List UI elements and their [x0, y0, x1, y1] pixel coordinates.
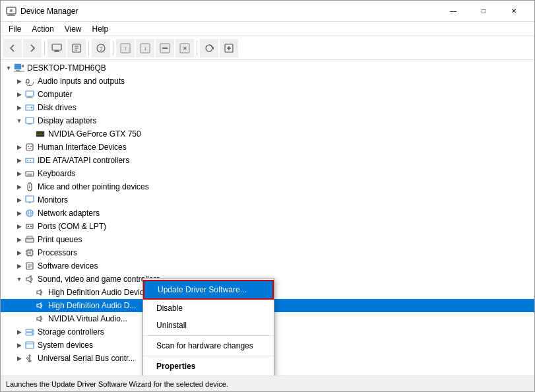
context-menu-update-driver[interactable]: Update Driver Software... [143, 280, 274, 300]
properties-toolbar-button[interactable] [67, 39, 86, 57]
menu-view[interactable]: View [59, 23, 87, 35]
menu-action[interactable]: Action [26, 23, 59, 35]
nvidia-icon: GPU [35, 129, 46, 139]
expand-network[interactable] [14, 208, 24, 218]
tree-root[interactable]: DESKTOP-TMDH6QB [1, 61, 534, 75]
scan-toolbar-button[interactable] [200, 39, 218, 57]
disable-toolbar-button[interactable] [156, 39, 174, 57]
expand-keyboards[interactable] [14, 168, 24, 179]
expand-ports[interactable] [14, 221, 24, 232]
expand-mice[interactable] [14, 181, 24, 192]
list-item[interactable]: GPU NVIDIA GeForce GTX 750 [1, 127, 534, 141]
software-devices-icon [24, 261, 35, 271]
svg-rect-33 [26, 91, 34, 96]
expand-usb[interactable] [14, 353, 24, 364]
tree-item-label: Monitors [38, 195, 534, 205]
list-item[interactable]: Disk drives [1, 101, 534, 114]
expand-ide[interactable] [14, 155, 24, 166]
list-item[interactable]: Audio inputs and outputs [1, 75, 534, 88]
expand-computer[interactable] [14, 89, 24, 100]
tree-item-label: Print queues [38, 235, 534, 244]
tree-item-label: High Definition Audio D... [48, 301, 534, 310]
forward-button[interactable] [23, 39, 42, 57]
tree-item-label: Computer [38, 90, 534, 99]
svg-rect-2 [7, 15, 15, 16]
update-driver-toolbar-button[interactable]: ↑ [116, 39, 135, 57]
hid-icon [24, 142, 35, 152]
expand-system[interactable] [14, 340, 24, 350]
svg-rect-28 [16, 70, 20, 71]
menu-file[interactable]: File [3, 23, 26, 35]
svg-text:GPU: GPU [37, 132, 44, 136]
expand-monitors[interactable] [14, 195, 24, 205]
minimize-button[interactable]: — [438, 1, 468, 22]
maximize-button[interactable]: □ [468, 1, 499, 22]
mice-icon [24, 181, 35, 192]
svg-point-94 [27, 358, 29, 360]
sound-icon [24, 274, 35, 284]
svg-rect-53 [27, 175, 32, 176]
svg-marker-83 [37, 290, 41, 295]
list-item[interactable]: Print queues [1, 233, 534, 246]
list-item[interactable]: Processors [1, 246, 534, 259]
ide-icon [24, 155, 35, 166]
status-panels: Launches the Update Driver Software Wiza… [3, 380, 532, 388]
tree-item-label: High Definition Audio Device [48, 288, 534, 297]
list-item[interactable]: Network adapters [1, 207, 534, 220]
list-item[interactable]: Monitors [1, 193, 534, 207]
usb-icon [24, 353, 35, 364]
menu-help[interactable]: Help [87, 23, 114, 35]
expand-software[interactable] [14, 261, 24, 271]
list-item[interactable]: Keyboards [1, 167, 534, 180]
svg-rect-69 [28, 251, 31, 254]
context-menu-scan[interactable]: Scan for hardware changes [143, 337, 274, 354]
expand-storage[interactable] [14, 327, 24, 337]
hd-audio2-icon [35, 300, 46, 311]
list-item[interactable]: Computer [1, 88, 534, 101]
svg-marker-85 [37, 316, 41, 321]
menu-bar: File Action View Help [1, 22, 534, 36]
svg-text:↓: ↓ [144, 46, 146, 51]
context-menu-disable[interactable]: Disable [143, 300, 274, 317]
computer-icon [14, 63, 24, 73]
tree-item-label: NVIDIA Virtual Audio... [48, 314, 534, 323]
list-item[interactable]: Display adapters [1, 114, 534, 127]
monitors-icon [24, 195, 35, 205]
list-item[interactable]: Human Interface Devices [1, 141, 534, 154]
expand-sound[interactable] [14, 274, 24, 284]
tree-item-label: Processors [38, 248, 534, 257]
help-toolbar-button[interactable]: ? [92, 39, 110, 57]
toolbar-sep4 [197, 41, 197, 55]
expand-print[interactable] [14, 234, 24, 245]
uninstall-toolbar-button[interactable]: ✕ [175, 39, 194, 57]
expand-nvidia [24, 129, 35, 139]
device-tree[interactable]: DESKTOP-TMDH6QB Audio inputs and outputs… [1, 60, 534, 376]
expand-display[interactable] [14, 115, 24, 126]
expand-audio-inputs[interactable] [14, 76, 24, 86]
expand-processors[interactable] [14, 247, 24, 258]
context-menu-properties[interactable]: Properties [143, 358, 274, 375]
expand-hid[interactable] [14, 142, 24, 152]
expand-hd1 [24, 287, 35, 298]
toolbar: ? ↑ ↓ ✕ [1, 36, 534, 60]
rollback-toolbar-button[interactable]: ↓ [136, 39, 154, 57]
display-adapters-icon [24, 115, 35, 126]
context-menu-uninstall[interactable]: Uninstall [143, 317, 274, 334]
main-content: DESKTOP-TMDH6QB Audio inputs and outputs… [1, 60, 534, 376]
svg-rect-39 [26, 117, 34, 123]
root-expand[interactable] [3, 63, 14, 73]
toolbar-sep1 [44, 41, 45, 55]
add-hardware-toolbar-button[interactable] [220, 39, 238, 57]
list-item[interactable]: IDE ATA/ATAPI controllers [1, 154, 534, 167]
list-item[interactable]: Ports (COM & LPT) [1, 220, 534, 233]
computer-button[interactable] [47, 39, 66, 57]
list-item[interactable]: Mice and other pointing devices [1, 180, 534, 193]
expand-disk[interactable] [14, 102, 24, 113]
close-button[interactable]: ✕ [499, 1, 529, 22]
keyboards-icon [24, 168, 35, 179]
svg-rect-56 [26, 196, 34, 202]
back-button[interactable] [3, 39, 22, 57]
ports-icon [24, 221, 35, 232]
network-icon [24, 208, 35, 218]
list-item[interactable]: Software devices [1, 259, 534, 273]
